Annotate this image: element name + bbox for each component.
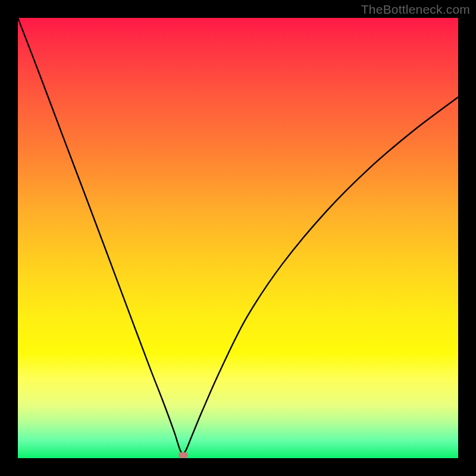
chart-container: TheBottleneck.com (0, 0, 476, 476)
bottleneck-curve (18, 18, 458, 458)
watermark-text: TheBottleneck.com (361, 2, 470, 17)
minimum-marker (178, 452, 188, 458)
